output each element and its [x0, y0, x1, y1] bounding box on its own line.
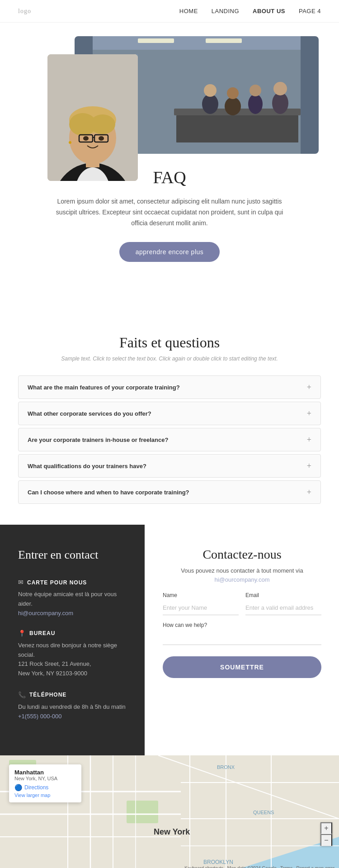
svg-point-29	[99, 136, 104, 141]
telephone-label: TÉLÉPHONE	[29, 692, 66, 698]
faq-plus-2: +	[307, 409, 311, 417]
email-label: Email	[245, 592, 321, 598]
telephone-link[interactable]: +1(555) 000-000	[18, 713, 62, 720]
name-field-group: Name	[163, 592, 239, 615]
contact-right-title: Contactez-nous	[163, 547, 321, 562]
carte-link[interactable]: hi@ourcompany.com	[18, 610, 73, 617]
svg-point-28	[83, 136, 89, 141]
faq-question-1: What are the main features of your corpo…	[28, 384, 180, 391]
view-larger-map-link[interactable]: View larger map	[14, 792, 76, 798]
contact-item-bureau: 📍 BUREAU Venez nous dire bonjour à notre…	[18, 630, 127, 678]
location-icon: 📍	[18, 630, 26, 637]
navbar: logo HOME LANDING ABOUT US PAGE 4	[0, 0, 339, 23]
form-row-name-email: Name Email	[163, 592, 321, 615]
contact-item-carte: ✉ CARTE POUR NOUS Notre équipe amicale e…	[18, 579, 127, 617]
map-directions[interactable]: 🔵 Directions	[14, 784, 76, 791]
faq-item-3[interactable]: Are your corporate trainers in-house or …	[18, 428, 321, 451]
faq-plus-4: +	[307, 462, 311, 470]
spacer2	[0, 312, 339, 321]
help-input[interactable]	[163, 631, 321, 645]
contact-item-telephone: 📞 TÉLÉPHONE Du lundi au vendredi de 8h à…	[18, 691, 127, 720]
faq-question-3: Are your corporate trainers in-house or …	[28, 436, 168, 443]
map-popup-subtitle: New York, NY, USA	[14, 776, 76, 781]
hero-image-container	[47, 36, 292, 154]
submit-button[interactable]: SOUMETTRE	[163, 656, 321, 678]
contact-email-link[interactable]: hi@ourcompany.com	[163, 576, 321, 583]
hero-section: FAQ Lorem ipsum dolor sit amet, consecte…	[0, 23, 339, 285]
nav-home[interactable]: HOME	[179, 8, 198, 14]
envelope-icon: ✉	[18, 579, 24, 586]
faq-item-2[interactable]: What other corporate services do you off…	[18, 402, 321, 425]
directions-icon: 🔵	[14, 784, 22, 791]
faq-plus-3: +	[307, 436, 311, 444]
phone-icon: 📞	[18, 691, 26, 699]
svg-point-30	[69, 141, 71, 144]
svg-point-24	[90, 114, 115, 134]
svg-point-7	[202, 94, 218, 114]
svg-point-10	[227, 87, 239, 99]
email-field-group: Email	[245, 592, 321, 615]
svg-point-14	[273, 82, 287, 95]
svg-rect-36	[127, 801, 158, 823]
svg-rect-1	[93, 36, 301, 50]
name-label: Name	[163, 592, 239, 598]
faq-subtitle: Sample text. Click to select the text bo…	[18, 356, 321, 362]
map-zoom-controls: + −	[320, 822, 332, 846]
help-label: How can we help?	[163, 622, 321, 628]
hero-button[interactable]: apprendre encore plus	[119, 242, 220, 262]
telephone-text: Du lundi au vendredi de 8h à 5h du matin	[18, 702, 127, 712]
map-popup: Manhattan New York, NY, USA 🔵 Directions…	[9, 764, 81, 802]
faq-item-4[interactable]: What qualifications do your trainers hav…	[18, 454, 321, 478]
faq-question-5: Can I choose where and when to have corp…	[28, 489, 189, 496]
spacer	[0, 285, 339, 312]
carte-text: Notre équipe amicale est là pour vous ai…	[18, 590, 127, 609]
svg-point-8	[204, 84, 217, 97]
map-credit: Keyboard shortcuts · Map data ©2024 Goog…	[184, 866, 334, 868]
nav-links: HOME LANDING ABOUT US PAGE 4	[179, 8, 321, 14]
faq-section: Faits et questions Sample text. Click to…	[0, 321, 339, 525]
svg-point-9	[225, 97, 241, 115]
faq-item-1[interactable]: What are the main features of your corpo…	[18, 375, 321, 399]
email-input[interactable]	[245, 601, 321, 615]
logo: logo	[18, 8, 31, 15]
contact-left-panel: Entrer en contact ✉ CARTE POUR NOUS Notr…	[0, 525, 145, 755]
svg-point-11	[248, 94, 263, 114]
faq-item-5[interactable]: Can I choose where and when to have corp…	[18, 480, 321, 504]
faq-title: Faits et questions	[18, 334, 321, 351]
contact-left-title: Entrer en contact	[18, 547, 127, 563]
svg-text:QUEENS: QUEENS	[253, 810, 274, 815]
zoom-out-button[interactable]: −	[320, 834, 332, 846]
faq-plus-5: +	[307, 488, 311, 496]
hero-overlay-card	[47, 54, 138, 181]
svg-rect-6	[176, 115, 298, 142]
bureau-label: BUREAU	[29, 630, 55, 636]
faq-question-4: What qualifications do your trainers hav…	[28, 463, 146, 470]
svg-rect-2	[138, 38, 174, 43]
svg-text:BROOKLYN: BROOKLYN	[203, 859, 233, 865]
svg-point-13	[272, 92, 288, 114]
svg-text:New York: New York	[154, 827, 190, 836]
contact-right-desc: Vous pouvez nous contacter à tout moment…	[163, 567, 321, 574]
nav-page4[interactable]: PAGE 4	[299, 8, 321, 14]
contact-section: Entrer en contact ✉ CARTE POUR NOUS Notr…	[0, 525, 339, 755]
svg-text:BRONX: BRONX	[217, 764, 235, 770]
carte-label: CARTE POUR NOUS	[27, 579, 87, 586]
directions-label[interactable]: Directions	[24, 784, 48, 791]
bureau-text: Venez nous dire bonjour à notre siège so…	[18, 641, 127, 678]
name-input[interactable]	[163, 601, 239, 615]
contact-right-panel: Contactez-nous Vous pouvez nous contacte…	[145, 525, 339, 755]
hero-description: Lorem ipsum dolor sit amet, consectetur …	[54, 196, 285, 228]
nav-about[interactable]: ABOUT US	[253, 8, 285, 14]
nav-landing[interactable]: LANDING	[212, 8, 239, 14]
svg-rect-3	[206, 38, 242, 43]
faq-question-2: What other corporate services do you off…	[28, 410, 151, 417]
map-popup-title: Manhattan	[14, 769, 76, 776]
zoom-in-button[interactable]: +	[320, 822, 332, 834]
svg-point-12	[250, 85, 261, 96]
faq-plus-1: +	[307, 383, 311, 391]
map-section: New York BROOKLYN QUEENS BRONX Manhattan…	[0, 755, 339, 868]
